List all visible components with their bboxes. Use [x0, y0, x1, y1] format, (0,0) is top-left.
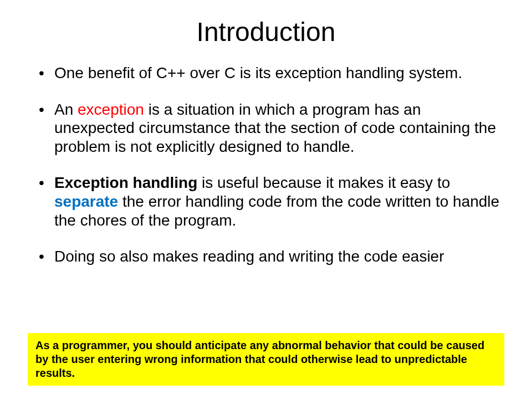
bullet-3-bold-term: Exception handling	[54, 174, 197, 191]
bullet-2-highlight-exception: exception	[78, 101, 144, 118]
bullet-3-text-post: the error handling code from the code wr…	[54, 193, 499, 229]
bullet-3-text-mid: is useful because it makes it easy to	[197, 174, 450, 191]
bullet-item-3: Exception handling is useful because it …	[39, 173, 504, 229]
bullet-item-2: An exception is a situation in which a p…	[39, 100, 504, 156]
bullet-list: One benefit of C++ over C is its excepti…	[28, 64, 504, 266]
bullet-3-highlight-separate: separate	[54, 193, 118, 210]
bullet-2-text-pre: An	[54, 101, 78, 118]
bullet-item-1: One benefit of C++ over C is its excepti…	[39, 64, 504, 83]
bullet-item-4: Doing so also makes reading and writing …	[39, 247, 504, 266]
callout-box: As a programmer, you should anticipate a…	[28, 333, 504, 386]
slide-title: Introduction	[28, 17, 504, 47]
